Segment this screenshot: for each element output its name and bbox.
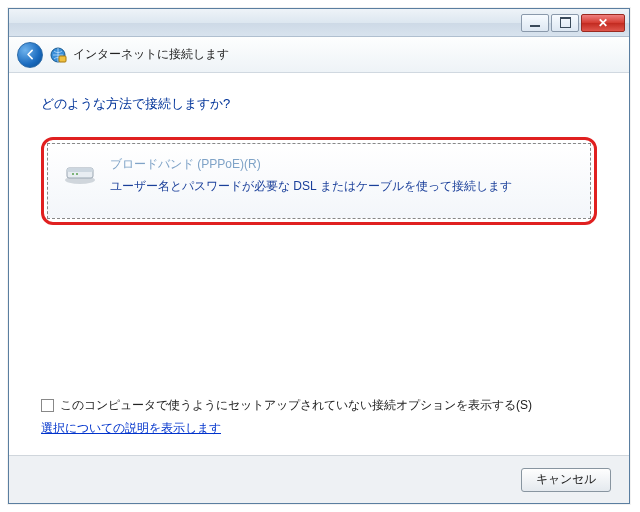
checkbox-label: このコンピュータで使うようにセットアップされていない接続オプションを表示する(S…: [60, 397, 532, 414]
wizard-footer: キャンセル: [9, 455, 629, 503]
wizard-content: どのような方法で接続しますか? ブロードバンド (PPPoE)(R) ユーザー名…: [9, 73, 629, 455]
minimize-icon: [530, 19, 540, 27]
minimize-button[interactable]: [521, 14, 549, 32]
close-icon: ✕: [598, 17, 608, 29]
close-button[interactable]: ✕: [581, 14, 625, 32]
option-highlight-frame: ブロードバンド (PPPoE)(R) ユーザー名とパスワードが必要な DSL ま…: [41, 137, 597, 225]
modem-icon: [62, 158, 98, 186]
cancel-button-label: キャンセル: [536, 471, 596, 488]
svg-point-5: [72, 173, 74, 175]
svg-rect-1: [59, 56, 66, 62]
svg-point-6: [76, 173, 78, 175]
option-texts: ブロードバンド (PPPoE)(R) ユーザー名とパスワードが必要な DSL ま…: [110, 156, 576, 195]
wizard-window: ✕ インターネットに接続します どのような方法で接続しますか?: [8, 8, 630, 504]
arrow-left-icon: [24, 48, 37, 61]
titlebar: ✕: [9, 9, 629, 37]
broadband-pppoe-option[interactable]: ブロードバンド (PPPoE)(R) ユーザー名とパスワードが必要な DSL ま…: [47, 143, 591, 219]
maximize-button[interactable]: [551, 14, 579, 32]
cancel-button[interactable]: キャンセル: [521, 468, 611, 492]
option-title: ブロードバンド (PPPoE)(R): [110, 156, 576, 173]
help-link[interactable]: 選択についての説明を表示します: [41, 421, 221, 435]
network-wizard-icon: [49, 46, 67, 64]
back-button[interactable]: [17, 42, 43, 68]
svg-rect-4: [67, 168, 93, 172]
maximize-icon: [560, 17, 571, 28]
option-description: ユーザー名とパスワードが必要な DSL またはケーブルを使って接続します: [110, 177, 576, 195]
show-other-options-checkbox[interactable]: このコンピュータで使うようにセットアップされていない接続オプションを表示する(S…: [41, 397, 597, 414]
wizard-header: インターネットに接続します: [9, 37, 629, 73]
checkbox-icon: [41, 399, 54, 412]
question-heading: どのような方法で接続しますか?: [41, 95, 597, 113]
bottom-area: このコンピュータで使うようにセットアップされていない接続オプションを表示する(S…: [41, 397, 597, 437]
wizard-title: インターネットに接続します: [73, 46, 229, 63]
